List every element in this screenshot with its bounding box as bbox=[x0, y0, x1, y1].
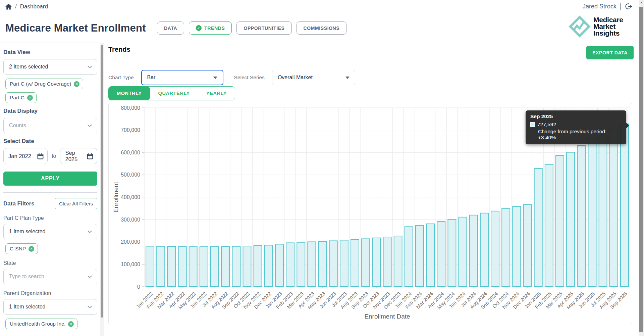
export-data-button[interactable]: EXPORT DATA bbox=[586, 46, 634, 59]
data-display-select-value: Counts bbox=[9, 123, 26, 129]
breadcrumb-current[interactable]: Dashboard bbox=[20, 3, 48, 10]
chart-bar[interactable] bbox=[437, 222, 445, 287]
chevron-down-icon bbox=[87, 274, 92, 280]
clear-all-filters-button[interactable]: Clear All Filters bbox=[55, 198, 97, 209]
chart-bar[interactable] bbox=[221, 246, 229, 287]
chart-bar[interactable] bbox=[480, 213, 488, 287]
chart-bar[interactable] bbox=[567, 152, 575, 287]
chart-bar[interactable] bbox=[340, 240, 348, 287]
chart-bar[interactable] bbox=[297, 242, 305, 287]
chip-remove-icon[interactable]: × bbox=[29, 246, 34, 252]
chart-bar[interactable] bbox=[275, 244, 283, 287]
chart-bar[interactable] bbox=[319, 241, 327, 287]
chart-bar[interactable] bbox=[621, 124, 629, 287]
chip-remove-icon[interactable]: × bbox=[74, 81, 79, 87]
tooltip-date: Sep 2025 bbox=[530, 113, 622, 119]
select-date-heading: Select Date bbox=[3, 138, 97, 145]
chart-bar[interactable] bbox=[308, 242, 316, 287]
filter-select-value: 1 Item selected bbox=[9, 304, 46, 310]
date-from-input[interactable]: Jan 2022 bbox=[3, 148, 48, 164]
chip-remove-icon[interactable]: × bbox=[27, 95, 33, 101]
chart-bar[interactable] bbox=[513, 206, 521, 287]
chart-bar[interactable] bbox=[534, 169, 542, 287]
page-scrollbar[interactable]: ▲ bbox=[639, 0, 644, 336]
series-select[interactable]: Overall Market bbox=[272, 70, 355, 85]
chart-bar[interactable] bbox=[599, 137, 607, 287]
chart-bar[interactable] bbox=[610, 129, 618, 287]
calendar-icon[interactable] bbox=[37, 153, 44, 160]
chart-bar[interactable] bbox=[383, 237, 391, 287]
period-tab-quarterly[interactable]: QUARTERLY bbox=[150, 87, 198, 100]
chart-bar[interactable] bbox=[362, 239, 370, 287]
chart-bar[interactable] bbox=[146, 246, 154, 287]
tab-opportunities[interactable]: OPPORTUNITIES bbox=[236, 21, 291, 35]
chart-bar[interactable] bbox=[448, 219, 456, 287]
date-to-label: to bbox=[52, 153, 56, 159]
chart-bar[interactable] bbox=[232, 246, 240, 287]
chart-bar[interactable] bbox=[200, 247, 208, 287]
chart-bar[interactable] bbox=[416, 226, 424, 287]
svg-text:600,000: 600,000 bbox=[121, 150, 140, 155]
apply-button[interactable]: APPLY bbox=[3, 172, 97, 186]
sidebar-scrollbar[interactable] bbox=[100, 43, 104, 336]
tab-trends[interactable]: ✓TRENDS bbox=[189, 21, 232, 35]
data-display-select[interactable]: Counts bbox=[3, 118, 97, 133]
chart-bar[interactable] bbox=[502, 208, 510, 287]
tooltip-caret bbox=[626, 123, 629, 129]
chart-bar[interactable] bbox=[189, 247, 197, 287]
chart-bar[interactable] bbox=[545, 164, 553, 287]
chart-bar[interactable] bbox=[524, 204, 532, 287]
chart-bar[interactable] bbox=[167, 246, 175, 287]
logout-icon[interactable] bbox=[625, 3, 633, 10]
chart-bar[interactable] bbox=[286, 243, 294, 287]
page: / Dashboard Jared Strock Medicare Market… bbox=[0, 0, 644, 336]
filter-select[interactable]: Type to search bbox=[3, 269, 97, 284]
data-view-heading: Data View bbox=[3, 49, 97, 56]
tab-commissions[interactable]: COMMISSIONS bbox=[297, 21, 347, 35]
tab-label: TRENDS bbox=[204, 26, 225, 31]
chip-label: UnitedHealth Group Inc. bbox=[10, 321, 65, 327]
chart-bar[interactable] bbox=[426, 224, 434, 287]
filter-group: Part C Plan Type1 Item selectedC-SNP× bbox=[3, 215, 97, 254]
chart-bar[interactable] bbox=[405, 227, 413, 287]
chart-bar[interactable] bbox=[329, 241, 337, 287]
period-tab-yearly[interactable]: YEARLY bbox=[198, 87, 235, 100]
filter-chip: C-SNP× bbox=[5, 243, 38, 254]
data-filters-heading: Data Filters bbox=[3, 200, 35, 207]
chart-bar[interactable] bbox=[470, 215, 478, 287]
chip-remove-icon[interactable]: × bbox=[68, 321, 74, 327]
sidebar-scrollbar-thumb[interactable] bbox=[101, 45, 103, 318]
scroll-up-arrow-icon[interactable]: ▲ bbox=[639, 1, 644, 4]
chart-bar[interactable] bbox=[372, 238, 380, 287]
date-to-input[interactable]: Sep 2025 bbox=[60, 148, 97, 164]
chart-bar[interactable] bbox=[351, 239, 359, 287]
svg-text:500,000: 500,000 bbox=[121, 172, 140, 178]
chart-bar[interactable] bbox=[254, 246, 262, 287]
data-view-select[interactable]: 2 Items selected bbox=[3, 59, 97, 75]
tab-data[interactable]: DATA bbox=[157, 21, 184, 35]
chart-bar[interactable] bbox=[157, 246, 165, 287]
select-series-label: Select Series bbox=[234, 75, 265, 81]
logo-diamond-icon bbox=[569, 15, 591, 38]
chart-bar[interactable] bbox=[265, 245, 273, 287]
chart-bar[interactable] bbox=[178, 247, 186, 287]
filter-select[interactable]: 1 Item selected bbox=[3, 299, 97, 315]
filter-select[interactable]: 1 Item selected bbox=[3, 224, 97, 239]
chart-type-select[interactable]: Bar bbox=[141, 70, 223, 85]
chart-bar[interactable] bbox=[394, 236, 402, 287]
chart-bar[interactable] bbox=[588, 138, 596, 287]
chart-bar[interactable] bbox=[211, 247, 219, 287]
chart-bar[interactable] bbox=[577, 146, 585, 287]
svg-text:400,000: 400,000 bbox=[121, 194, 140, 200]
calendar-icon[interactable] bbox=[87, 153, 94, 160]
divider bbox=[3, 192, 97, 193]
page-scrollbar-thumb[interactable] bbox=[639, 7, 643, 332]
chart-bar[interactable] bbox=[556, 155, 564, 287]
data-display-heading: Data Display bbox=[3, 108, 97, 114]
chart-bar[interactable] bbox=[243, 246, 251, 287]
chart-bar[interactable] bbox=[459, 217, 467, 287]
filter-select-value: 1 Item selected bbox=[9, 229, 46, 235]
home-icon[interactable] bbox=[5, 4, 12, 10]
chart-bar[interactable] bbox=[491, 211, 499, 287]
period-tab-monthly[interactable]: MONTHLY bbox=[109, 87, 150, 100]
